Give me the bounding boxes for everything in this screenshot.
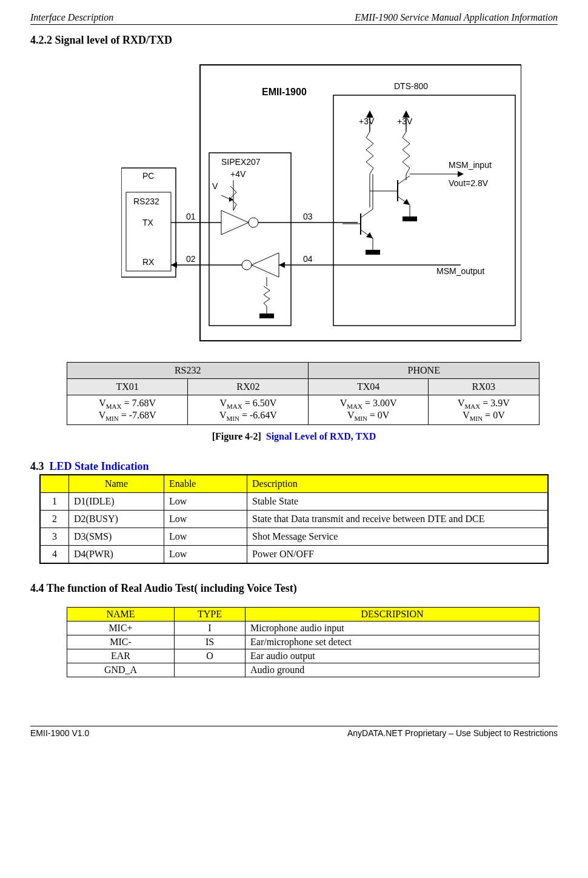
rx02-values: VMAX = 6.50V VMIN = -6.64V [188, 395, 309, 425]
svg-marker-4 [221, 210, 249, 235]
footer-right: AnyDATA.NET Proprietary – Use Subject to… [347, 728, 558, 738]
page-footer: EMII-1900 V1.0 AnyDATA.NET Proprietary –… [30, 726, 558, 738]
rs232-label: RS232 [133, 196, 159, 206]
svg-point-9 [242, 260, 252, 270]
header-left: Interface Description [30, 12, 113, 23]
table-row: 3 D3(SMS) Low Shot Message Service [40, 528, 548, 546]
section-422-heading: 4.2.2 Signal level of RXD/TXD [30, 34, 558, 47]
table-row: MIC+ I Microphone audio input [67, 622, 540, 635]
signal-diagram: EMII-1900 PC RS232 TX RX SIPEX207 +4V V [121, 59, 558, 344]
wire-03: 03 [303, 212, 313, 221]
audio-hdr-type: TYPE [175, 608, 246, 622]
sipex-label: SIPEX207 [221, 157, 261, 167]
svg-rect-12 [259, 313, 274, 318]
led-hdr-blank [40, 475, 69, 493]
svg-marker-28 [366, 232, 373, 238]
figure-4-2-caption: [Figure 4-2] Signal Level of RXD, TXD [30, 431, 558, 442]
hdr-rx02: RX02 [188, 379, 309, 395]
hdr-rx03: RX03 [428, 379, 539, 395]
sipex-voltage: +4V [230, 169, 246, 179]
emii-label: EMII-1900 [262, 87, 307, 97]
v3-left: +3V [359, 116, 375, 126]
led-hdr-name: Name [69, 475, 164, 493]
tx04-values: VMAX = 3.00V VMIN = 0V [309, 395, 428, 425]
tx01-values: VMAX = 7.68V VMIN = -7.68V [67, 395, 188, 425]
svg-marker-18 [279, 262, 285, 268]
led-hdr-enable: Enable [164, 475, 247, 493]
pc-label: PC [142, 171, 154, 181]
wire-02: 02 [186, 254, 196, 264]
svg-marker-15 [171, 262, 177, 268]
v-label: V [212, 181, 218, 191]
v3-right: +3V [397, 116, 413, 126]
table-row: 2 D2(BUSY) Low State that Data transmit … [40, 511, 548, 528]
msm-output: MSM_output [436, 266, 484, 276]
hdr-phone: PHONE [309, 363, 540, 379]
svg-point-5 [249, 218, 258, 227]
svg-marker-8 [252, 253, 279, 277]
table-row: 1 D1(IDLE) Low Stable State [40, 493, 548, 511]
svg-rect-3 [209, 153, 291, 326]
svg-rect-39 [403, 216, 417, 221]
audio-hdr-name: NAME [67, 608, 175, 622]
signal-level-table: RS232 PHONE TX01 RX02 TX04 RX03 VMAX = 7… [67, 362, 540, 425]
section-43-heading: 4.3 LED State Indication [30, 460, 558, 473]
section-44-heading: 4.4 The function of Real Audio Test( inc… [30, 582, 558, 595]
vout: Vout=2.8V [449, 178, 489, 188]
audio-test-table: NAME TYPE DESCRIPSION MIC+ I Microphone … [67, 607, 540, 677]
hdr-tx01: TX01 [67, 379, 188, 395]
table-row: GND_A Audio ground [67, 663, 540, 677]
wire-01: 01 [186, 212, 196, 221]
rx03-values: VMAX = 3.9V VMIN = 0V [428, 395, 539, 425]
led-hdr-desc: Description [247, 475, 549, 493]
footer-left: EMII-1900 V1.0 [30, 728, 89, 738]
svg-rect-19 [333, 95, 515, 326]
svg-line-26 [361, 209, 373, 218]
rx-label: RX [142, 257, 155, 267]
table-row: EAR O Ear audio output [67, 649, 540, 663]
hdr-rs232: RS232 [67, 363, 309, 379]
svg-rect-32 [366, 250, 380, 255]
table-row: 4 D4(PWR) Low Power ON/OFF [40, 546, 548, 564]
svg-line-35 [398, 176, 410, 184]
wire-04: 04 [303, 254, 313, 264]
svg-marker-37 [403, 199, 410, 205]
led-state-table: Name Enable Description 1 D1(IDLE) Low S… [39, 474, 549, 564]
svg-rect-0 [200, 65, 521, 341]
page-header: Interface Description EMII-1900 Service … [30, 12, 558, 25]
header-right: EMII-1900 Service Manual Application Inf… [355, 12, 558, 23]
tx-label: TX [142, 218, 154, 227]
audio-hdr-desc: DESCRIPSION [246, 608, 540, 622]
table-row: MIC- IS Ear/microphone set detect [67, 635, 540, 649]
dts-label: DTS-800 [394, 81, 428, 91]
hdr-tx04: TX04 [309, 379, 428, 395]
svg-marker-42 [458, 171, 464, 177]
msm-input: MSM_input [449, 160, 492, 170]
